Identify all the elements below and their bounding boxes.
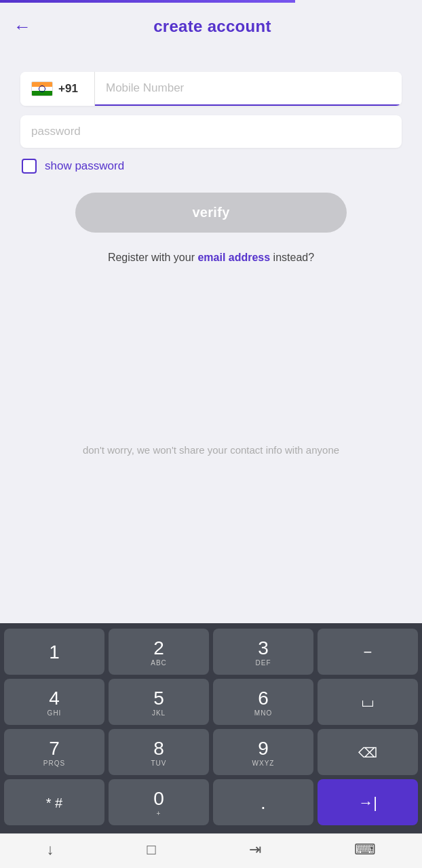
- key-backspace[interactable]: ⌫: [318, 729, 418, 775]
- india-flag: [31, 81, 53, 96]
- nav-back-icon[interactable]: ↓: [46, 841, 54, 859]
- nav-keyboard-icon[interactable]: ⌨: [354, 841, 376, 859]
- password-field: [20, 115, 402, 148]
- nav-recents-icon[interactable]: ⇥: [249, 841, 261, 859]
- keyboard: 1 2 ABC 3 DEF − 4 GHI 5 JKL 6 MNO ⌴: [0, 623, 422, 833]
- nav-bar: ↓ □ ⇥ ⌨: [0, 833, 422, 868]
- header: ← create account: [0, 3, 422, 45]
- key-2[interactable]: 2 ABC: [109, 629, 209, 675]
- key-9[interactable]: 9 WXYZ: [213, 729, 313, 775]
- page-title: create account: [37, 17, 388, 36]
- nav-home-icon[interactable]: □: [147, 841, 155, 859]
- key-7[interactable]: 7 PRQS: [4, 729, 104, 775]
- key-row-4: * # 0 + . →|: [4, 779, 418, 825]
- key-dot[interactable]: .: [213, 779, 313, 825]
- show-password-row: show password: [20, 159, 402, 174]
- key-row-1: 1 2 ABC 3 DEF −: [4, 629, 418, 675]
- register-alt: Register with your email address instead…: [20, 252, 402, 264]
- key-8[interactable]: 8 TUV: [109, 729, 209, 775]
- key-0[interactable]: 0 +: [109, 779, 209, 825]
- key-row-3: 7 PRQS 8 TUV 9 WXYZ ⌫: [4, 729, 418, 775]
- key-5[interactable]: 5 JKL: [109, 679, 209, 725]
- key-1[interactable]: 1: [4, 629, 104, 675]
- key-3[interactable]: 3 DEF: [213, 629, 313, 675]
- email-address-link[interactable]: email address: [197, 252, 270, 263]
- key-space[interactable]: ⌴: [318, 679, 418, 725]
- key-6[interactable]: 6 MNO: [213, 679, 313, 725]
- show-password-label[interactable]: show password: [45, 159, 124, 173]
- country-code: +91: [58, 82, 78, 96]
- mobile-input[interactable]: [95, 72, 402, 106]
- country-selector[interactable]: +91: [20, 72, 95, 106]
- register-alt-suffix: instead?: [270, 252, 314, 263]
- key-dash[interactable]: −: [318, 629, 418, 675]
- phone-row: +91: [20, 72, 402, 106]
- key-4[interactable]: 4 GHI: [4, 679, 104, 725]
- key-row-2: 4 GHI 5 JKL 6 MNO ⌴: [4, 679, 418, 725]
- key-next[interactable]: →|: [318, 779, 418, 825]
- back-button[interactable]: ←: [14, 15, 37, 38]
- privacy-note: don't worry, we won't share your contact…: [0, 443, 422, 458]
- verify-button[interactable]: verify: [75, 193, 347, 233]
- register-alt-prefix: Register with your: [108, 252, 198, 263]
- key-symbols[interactable]: * #: [4, 779, 104, 825]
- password-input[interactable]: [31, 125, 391, 138]
- show-password-checkbox[interactable]: [22, 159, 37, 174]
- form-area: +91 show password verify Register with y…: [0, 45, 422, 304]
